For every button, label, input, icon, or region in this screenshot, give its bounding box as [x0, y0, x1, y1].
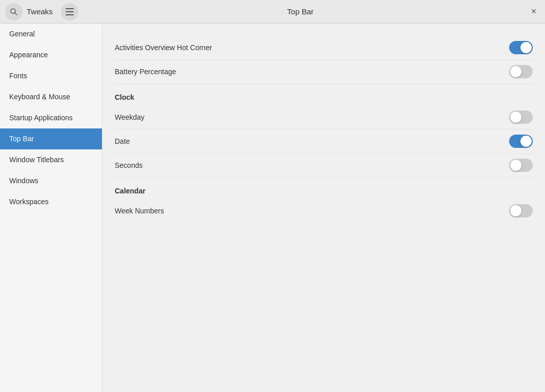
titlebar: Tweaks Top Bar ×	[0, 0, 545, 24]
sidebar-item-general[interactable]: General	[0, 24, 102, 45]
sidebar-item-appearance[interactable]: Appearance	[0, 45, 102, 66]
date-label: Date	[115, 137, 130, 145]
setting-weekday: Weekday	[115, 105, 533, 129]
search-button[interactable]	[5, 3, 23, 20]
sidebar-item-top-bar[interactable]: Top Bar	[0, 128, 102, 149]
weekday-toggle-thumb	[510, 112, 521, 123]
content-area: Activities Overview Hot Corner Battery P…	[102, 24, 545, 392]
svg-rect-2	[66, 8, 74, 9]
activities-toggle[interactable]	[509, 41, 533, 54]
sidebar-item-fonts[interactable]: Fonts	[0, 66, 102, 86]
date-toggle[interactable]	[509, 135, 533, 148]
sidebar-item-windows[interactable]: Windows	[0, 170, 102, 191]
svg-line-1	[15, 13, 17, 15]
sidebar-item-workspaces[interactable]: Workspaces	[0, 191, 102, 212]
battery-toggle-thumb	[510, 66, 521, 77]
activities-toggle-thumb	[520, 42, 532, 53]
battery-toggle[interactable]	[509, 65, 533, 78]
weekday-toggle[interactable]	[509, 111, 533, 124]
week-numbers-toggle[interactable]	[509, 204, 533, 217]
svg-rect-3	[66, 11, 74, 12]
clock-section-title: Clock	[115, 93, 533, 103]
seconds-toggle-track[interactable]	[509, 159, 533, 172]
menu-button[interactable]	[61, 3, 78, 20]
seconds-toggle-thumb	[510, 160, 521, 171]
setting-activities-overview-hot-corner: Activities Overview Hot Corner	[115, 36, 533, 60]
setting-date: Date	[115, 129, 533, 154]
battery-label: Battery Percentage	[115, 68, 176, 76]
calendar-section-title: Calendar	[115, 187, 533, 197]
main-layout: General Appearance Fonts Keyboard & Mous…	[0, 24, 545, 392]
setting-seconds: Seconds	[115, 154, 533, 178]
date-toggle-thumb	[520, 136, 532, 147]
activities-toggle-track[interactable]	[509, 41, 533, 54]
setting-week-numbers: Week Numbers	[115, 199, 533, 223]
search-icon	[10, 8, 18, 16]
weekday-label: Weekday	[115, 113, 144, 121]
date-toggle-track[interactable]	[509, 135, 533, 148]
tweaks-label: Tweaks	[27, 7, 53, 16]
weekday-toggle-track[interactable]	[509, 111, 533, 124]
week-numbers-label: Week Numbers	[115, 207, 164, 215]
hamburger-icon	[66, 8, 74, 15]
svg-rect-4	[66, 14, 74, 15]
week-numbers-toggle-thumb	[510, 205, 521, 216]
sidebar-item-window-titlebars[interactable]: Window Titlebars	[0, 149, 102, 170]
battery-toggle-track[interactable]	[509, 65, 533, 78]
sidebar-item-startup-applications[interactable]: Startup Applications	[0, 107, 102, 128]
window-title: Top Bar	[78, 7, 522, 16]
sidebar-item-keyboard-mouse[interactable]: Keyboard & Mouse	[0, 86, 102, 107]
sidebar: General Appearance Fonts Keyboard & Mous…	[0, 24, 102, 392]
week-numbers-toggle-track[interactable]	[509, 204, 533, 217]
close-button[interactable]: ×	[528, 6, 540, 18]
setting-battery-percentage: Battery Percentage	[115, 60, 533, 84]
seconds-label: Seconds	[115, 161, 142, 169]
activities-label: Activities Overview Hot Corner	[115, 43, 212, 52]
seconds-toggle[interactable]	[509, 159, 533, 172]
